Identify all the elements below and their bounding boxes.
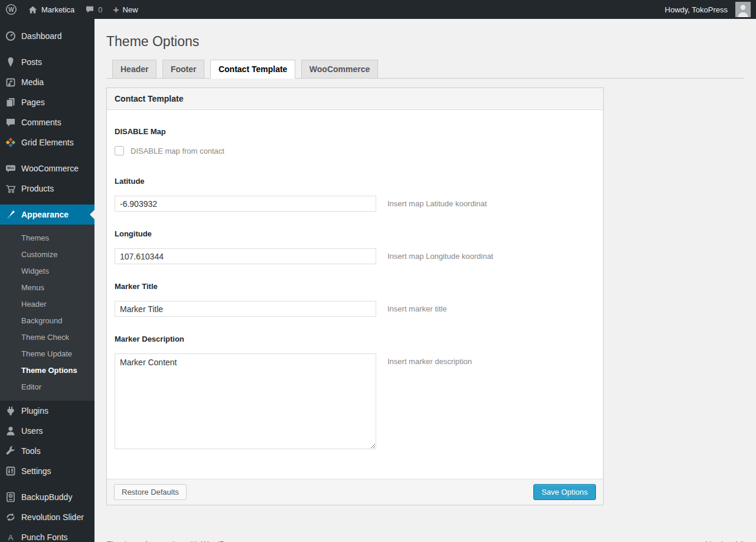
sidebar-item-label: Dashboard: [21, 31, 62, 41]
sidebar-item-media[interactable]: Media: [0, 72, 94, 92]
wp-logo-menu[interactable]: W: [0, 0, 22, 19]
marker-description-group: Marker Description Marker Content Insert…: [115, 335, 595, 449]
tab-header[interactable]: Header: [112, 60, 157, 79]
svg-text:Woo: Woo: [7, 166, 14, 170]
sidebar-item-revolution-slider[interactable]: Revolution Slider: [0, 507, 94, 527]
site-name-menu[interactable]: Marketica: [22, 0, 80, 19]
sidebar-item-appearance[interactable]: Appearance: [0, 205, 94, 225]
marker-description-textarea[interactable]: Marker Content: [115, 353, 376, 449]
marker-description-hint: Insert marker description: [387, 353, 472, 366]
tab-footer[interactable]: Footer: [162, 60, 205, 79]
latitude-group: Latitude Insert map Latitude koordinat: [115, 177, 595, 212]
home-icon: [28, 5, 38, 15]
submenu-item-theme-check[interactable]: Theme Check: [0, 329, 94, 346]
tab-contact-template[interactable]: Contact Template: [210, 60, 295, 79]
submenu-item-themes[interactable]: Themes: [0, 230, 94, 246]
menu-separator: [0, 481, 94, 487]
marker-title-input[interactable]: [115, 301, 376, 317]
longitude-input[interactable]: [115, 248, 376, 264]
latitude-input[interactable]: [115, 196, 376, 212]
sidebar-item-plugins[interactable]: Plugins: [0, 401, 94, 421]
disable-map-row: DISABLE map from contact: [115, 146, 595, 155]
submenu-item-background[interactable]: Background: [0, 313, 94, 329]
sidebar-item-tools[interactable]: Tools: [0, 441, 94, 461]
sidebar-item-label: Plugins: [21, 406, 48, 416]
marker-title-label: Marker Title: [115, 282, 595, 291]
footer-thanks-suffix: .: [239, 540, 241, 542]
settings-sliders-icon: [5, 465, 17, 477]
avatar: [735, 2, 751, 17]
disable-map-group: DISABLE Map DISABLE map from contact: [115, 127, 595, 155]
sidebar-item-label: Products: [21, 184, 54, 193]
sidebar-item-punch-fonts[interactable]: A Punch Fonts: [0, 527, 94, 542]
users-icon: [5, 425, 17, 437]
contact-template-panel: Contact Template DISABLE Map DISABLE map…: [106, 87, 604, 505]
wordpress-link[interactable]: WordPress: [201, 540, 239, 542]
comment-bubble-icon: [85, 5, 94, 14]
submenu-item-customize[interactable]: Customize: [0, 246, 94, 263]
sidebar-item-posts[interactable]: Posts: [0, 52, 94, 72]
woocommerce-icon: Woo: [5, 163, 17, 174]
sidebar-item-woocommerce[interactable]: Woo WooCommerce: [0, 158, 94, 178]
submenu-item-widgets[interactable]: Widgets: [0, 263, 94, 280]
sidebar-item-dashboard[interactable]: Dashboard: [0, 26, 94, 46]
sidebar-item-label: Users: [21, 426, 43, 436]
sidebar-item-products[interactable]: Products: [0, 178, 94, 199]
sidebar-item-grid-elements[interactable]: Grid Elements: [0, 132, 94, 152]
sidebar-item-settings[interactable]: Settings: [0, 461, 94, 481]
svg-text:A: A: [8, 533, 14, 542]
admin-bar-left: W Marketica 0 + New: [0, 0, 144, 19]
longitude-label: Longitude: [115, 229, 595, 238]
pages-icon: [5, 96, 17, 108]
revolution-slider-icon: [5, 511, 17, 523]
letter-a-icon: A: [5, 531, 17, 542]
appearance-brush-icon: [5, 209, 17, 220]
submenu-item-theme-options[interactable]: Theme Options: [0, 362, 94, 379]
footer-thanks-prefix: Thank you for creating with: [106, 540, 198, 542]
menu-separator: [0, 152, 94, 158]
save-options-button[interactable]: Save Options: [533, 484, 596, 500]
tab-woocommerce[interactable]: WooCommerce: [301, 60, 378, 79]
new-label: New: [123, 5, 138, 14]
howdy-account-menu[interactable]: Howdy, TokoPress: [660, 0, 756, 19]
panel-title: Contact Template: [107, 88, 603, 110]
longitude-group: Longitude Insert map Longitude koordinat: [115, 229, 595, 264]
admin-bar: W Marketica 0 + New Howdy, TokoPress: [0, 0, 756, 19]
sidebar-item-users[interactable]: Users: [0, 421, 94, 441]
sidebar-item-label: Comments: [21, 118, 61, 127]
new-content-menu[interactable]: + New: [108, 0, 144, 19]
howdy-label: Howdy, TokoPress: [665, 5, 728, 14]
sidebar-item-label: Appearance: [21, 210, 69, 219]
cart-icon: [5, 183, 17, 194]
submenu-item-theme-update[interactable]: Theme Update: [0, 346, 94, 362]
longitude-hint: Insert map Longitude koordinat: [387, 248, 493, 261]
media-icon: [5, 76, 17, 88]
sidebar-item-label: WooCommerce: [21, 164, 79, 173]
submenu-item-editor[interactable]: Editor: [0, 379, 94, 395]
sidebar-item-pages[interactable]: Pages: [0, 92, 94, 112]
submenu-item-header[interactable]: Header: [0, 296, 94, 313]
restore-defaults-button[interactable]: Restore Defaults: [114, 484, 187, 500]
sidebar-item-label: Posts: [21, 57, 42, 67]
sidebar-item-backupbuddy[interactable]: BackupBuddy: [0, 487, 94, 507]
admin-bar-right: Howdy, TokoPress: [660, 0, 756, 19]
wordpress-logo-icon: W: [5, 4, 17, 15]
site-name-label: Marketica: [41, 5, 74, 14]
comments-admin-bar-menu[interactable]: 0: [80, 0, 107, 19]
sidebar-item-label: Revolution Slider: [21, 512, 84, 522]
disable-map-checkbox-label: DISABLE map from contact: [131, 147, 224, 155]
latitude-label: Latitude: [115, 177, 595, 186]
main-content: Theme Options Header Footer Contact Temp…: [94, 19, 756, 542]
comment-count: 0: [98, 5, 102, 14]
version-label: Version 4.1: [706, 540, 744, 542]
disable-map-checkbox[interactable]: [115, 146, 124, 155]
comments-icon: [5, 116, 17, 128]
dashboard-icon: [5, 30, 17, 42]
plus-icon: +: [113, 5, 119, 15]
footer-thanks-text: Thank you for creating with WordPress.: [106, 540, 241, 542]
sidebar-item-label: Tools: [21, 446, 41, 456]
appearance-submenu: Themes Customize Widgets Menus Header Ba…: [0, 225, 94, 401]
submenu-item-menus[interactable]: Menus: [0, 280, 94, 296]
sidebar-item-label: Punch Fonts: [21, 533, 68, 542]
sidebar-item-comments[interactable]: Comments: [0, 112, 94, 132]
